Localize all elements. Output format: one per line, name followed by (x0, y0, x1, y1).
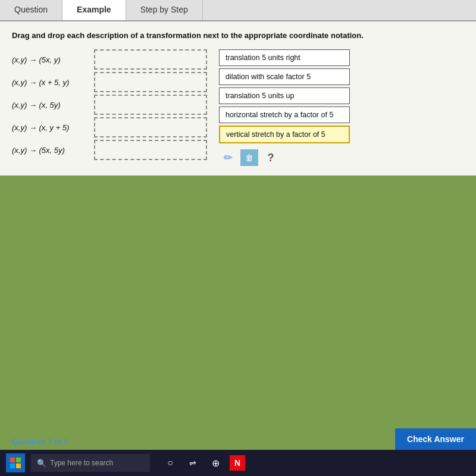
drop-zone-4[interactable] (94, 117, 207, 137)
svg-rect-1 (16, 458, 21, 462)
main-area: (x,y) → (5x, y) (x,y) → (x + 5, y) (x,y)… (12, 49, 464, 166)
instruction-text: Drag and drop each description of a tran… (12, 31, 464, 40)
table-row: (x,y) → (x, 5y) (12, 95, 207, 115)
tab-step-by-step[interactable]: Step by Step (126, 0, 203, 20)
drag-card-3[interactable]: translation 5 units up (219, 87, 350, 104)
taskbar-icon-globe[interactable]: ⊕ (207, 455, 224, 471)
transform-label-1: (x,y) → (5x, y) (12, 55, 89, 64)
transform-label-2: (x,y) → (x + 5, y) (12, 78, 89, 87)
tab-example[interactable]: Example (62, 0, 126, 20)
table-row: (x,y) → (5x, 5y) (12, 140, 207, 160)
content-panel: Drag and drop each description of a tran… (0, 21, 476, 176)
help-icon[interactable]: ? (262, 149, 280, 166)
table-row: (x,y) → (5x, y) (12, 49, 207, 70)
table-row: (x,y) → (x, y + 5) (12, 117, 207, 137)
trash-icon[interactable]: 🗑 (240, 149, 258, 166)
windows-start-button[interactable] (6, 453, 25, 472)
transform-label-5: (x,y) → (5x, 5y) (12, 146, 89, 155)
taskbar-icon-switch[interactable]: ⇌ (184, 455, 201, 471)
taskbar: 🔍 Type here to search ○ ⇌ ⊕ N (0, 450, 476, 476)
taskbar-icons: ○ ⇌ ⊕ N (162, 455, 245, 471)
check-answer-button[interactable]: Check Answer (395, 428, 476, 450)
windows-icon (10, 458, 21, 468)
tab-bar: Question Example Step by Step (0, 0, 476, 21)
drop-zone-1[interactable] (94, 49, 207, 70)
cards-column: translation 5 units right dilation with … (219, 49, 350, 166)
taskbar-search[interactable]: 🔍 Type here to search (31, 454, 150, 472)
svg-rect-3 (16, 464, 21, 468)
tab-question[interactable]: Question (0, 0, 62, 20)
taskbar-icon-circle[interactable]: ○ (162, 455, 178, 471)
transform-label-4: (x,y) → (x, y + 5) (12, 123, 89, 132)
taskbar-icon-netflix[interactable]: N (230, 455, 245, 471)
svg-rect-2 (10, 464, 15, 468)
action-icons-row: ✏ 🗑 ? (219, 149, 350, 166)
search-placeholder: Type here to search (50, 459, 113, 467)
transform-label-3: (x,y) → (x, 5y) (12, 101, 89, 109)
drag-card-4[interactable]: horizontal stretch by a factor of 5 (219, 107, 350, 123)
drop-zone-3[interactable] (94, 95, 207, 115)
table-row: (x,y) → (x + 5, y) (12, 72, 207, 92)
transforms-column: (x,y) → (5x, y) (x,y) → (x + 5, y) (x,y)… (12, 49, 207, 160)
drop-zone-5[interactable] (94, 140, 207, 160)
pencil-icon[interactable]: ✏ (219, 149, 237, 166)
drag-card-5[interactable]: vertical stretch by a factor of 5 (219, 126, 350, 143)
svg-rect-0 (10, 458, 15, 462)
drop-zone-2[interactable] (94, 72, 207, 92)
drag-card-1[interactable]: translation 5 units right (219, 49, 350, 66)
drag-card-2[interactable]: dilation with scale factor 5 (219, 68, 350, 85)
question-counter: Question 7 of 7 (12, 437, 68, 446)
